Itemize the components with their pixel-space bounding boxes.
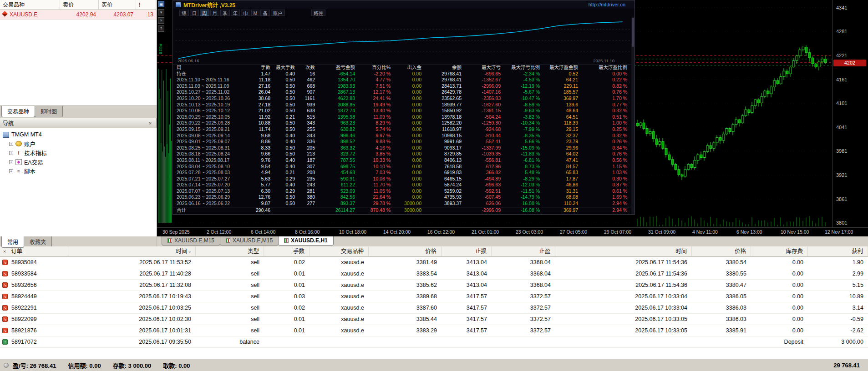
terminal-column-header-7[interactable]: 止盈 <box>492 246 555 257</box>
stats-row-2[interactable]: 2025.11.03 ~ 2025.11.0927.160.506681983.… <box>173 83 631 90</box>
table-row-7[interactable]: ↑589170722025.06.17 09:35:50balanceDepos… <box>0 336 868 348</box>
terminal-column-header-6[interactable]: 止损 <box>442 246 492 257</box>
chart-window-icon[interactable]: ▣ <box>158 1 164 7</box>
price-scale[interactable]: 4341428142214161410140413981392138613801… <box>832 0 868 227</box>
time-label-10: 29 Oct 07:00 <box>604 229 631 235</box>
chart-tab-2[interactable]: XAUUSD.E,H1 <box>278 236 334 246</box>
mtdriver-button-月[interactable]: 月 <box>210 10 220 16</box>
stats-row-1[interactable]: 2025.11.10 ~ 2025.11.1611.180.504621354.… <box>173 77 631 83</box>
terminal-column-header-2[interactable]: 类型 <box>196 246 264 257</box>
stats-row-0[interactable]: 持仓1.470.4016-654.14-2.20 %0.0029768.41-6… <box>173 71 631 77</box>
terminal-column-header-11[interactable]: 获利 <box>808 246 868 257</box>
time-axis[interactable]: 30 Sep 20252 Oct 12:006 Oct 14:008 Oct 1… <box>157 227 868 236</box>
stats-row-15[interactable]: 2025.08.04 ~ 2025.08.109.540.40307698.75… <box>173 164 631 170</box>
table-row-3[interactable]: ↘589244492025.06.17 10:19:43sell0.03xauu… <box>0 291 868 302</box>
tab-即时图[interactable]: 即时图 <box>35 106 63 117</box>
market-watch-column-header-0[interactable]: 交易品种 <box>0 0 60 10</box>
navigator-root[interactable]: TMGM MT4 <box>3 130 157 139</box>
sidebar-item-0[interactable]: +账户 <box>3 139 157 148</box>
market-watch-column-header-1[interactable]: 卖价 <box>60 0 99 10</box>
mtdriver-button-备[interactable]: 备 <box>260 10 270 16</box>
mtdriver-button-综[interactable]: 综 <box>179 10 189 16</box>
chart-window[interactable]: ▣ ▾ × ? #828 MTDriver统计 ,V3.25 http://mt… <box>157 0 868 236</box>
stats-row-19[interactable]: 2025.07.07 ~ 2025.07.136.300.29281523.09… <box>173 188 631 195</box>
scrollbar-thumb[interactable] <box>632 18 634 47</box>
stats-row-6[interactable]: 2025.10.06 ~ 2025.10.1221.020.506381872.… <box>173 108 631 114</box>
chart-close-icon[interactable]: × <box>158 17 164 24</box>
expand-icon[interactable]: + <box>9 169 13 173</box>
mtdriver-button-年[interactable]: 年 <box>231 10 240 16</box>
navigator-close-icon[interactable]: × <box>147 120 153 126</box>
mtdriver-button-账户[interactable]: 账户 <box>271 10 285 16</box>
terminal-column-header-9[interactable]: 价格 <box>692 246 751 257</box>
chart-help-icon[interactable]: ? <box>158 25 164 32</box>
stats-row-5[interactable]: 2025.10.13 ~ 2025.10.1927.180.509393088.… <box>173 102 631 108</box>
mtdriver-panel[interactable]: MTDriver统计 ,V3.25 http://mtdriver.cn 综日周… <box>173 0 635 215</box>
stats-cell: -12.03 % <box>504 182 543 188</box>
stats-row-21[interactable]: 2025.06.16 ~ 2025.06.229.870.50277893.37… <box>173 201 631 207</box>
equity-start-label: 2025.06.16 <box>178 58 199 63</box>
stats-row-12[interactable]: 2025.08.25 ~ 2025.08.318.330.50205363.32… <box>173 145 631 151</box>
mtdriver-scrollbar[interactable] <box>631 17 635 214</box>
stats-row-4[interactable]: 2025.10.20 ~ 2025.10.2638.680.5011614622… <box>173 95 631 102</box>
mtdriver-button-季[interactable]: 季 <box>220 10 230 16</box>
terminal-column-header-8[interactable]: 时间 <box>555 246 692 257</box>
mtdriver-button-日[interactable]: 日 <box>190 10 199 16</box>
order-number: 58922291 <box>11 302 37 313</box>
market-watch-row[interactable]: XAUUSD.E 4202.94 4203.07 13 <box>0 10 157 20</box>
symbol-cell[interactable]: XAUUSD.E <box>0 10 60 19</box>
stats-row-22[interactable]: 合计290.4626114.27870.48 %3000.00-2996.09-… <box>173 207 631 213</box>
mtdriver-link[interactable]: http://mtdriver.cn <box>589 2 632 7</box>
terminal-column-header-1[interactable]: 时间▿ <box>68 246 196 257</box>
stats-row-17[interactable]: 2025.07.21 ~ 2025.07.275.630.29235590.91… <box>173 176 631 182</box>
stats-row-3[interactable]: 2025.10.27 ~ 2025.11.0226.040.509072867.… <box>173 89 631 95</box>
stats-row-9[interactable]: 2025.09.15 ~ 2025.09.2111.740.50255630.8… <box>173 126 631 133</box>
stats-row-8[interactable]: 2025.09.22 ~ 2025.09.2810.880.50343963.2… <box>173 120 631 126</box>
mtdriver-button-巾[interactable]: 巾 <box>241 10 250 16</box>
terminal-column-header-0[interactable]: ×订单 <box>0 246 68 257</box>
chart-tab-0[interactable]: XAUUSD.E,M15 <box>162 236 220 246</box>
table-row-2[interactable]: ↘589326562025.06.17 11:32:08sell0.01xauu… <box>0 280 868 291</box>
stats-row-7[interactable]: 2025.09.29 ~ 2025.10.0511.920.215151395.… <box>173 114 631 120</box>
chart-minimize-icon[interactable]: ▾ <box>158 9 164 15</box>
sidebar-item-3[interactable]: +≡脚本 <box>3 166 157 175</box>
table-row-0[interactable]: ↘589350842025.06.17 11:53:52sell0.02xauu… <box>0 257 868 268</box>
stats-row-11[interactable]: 2025.09.01 ~ 2025.09.078.860.40336898.52… <box>173 139 631 145</box>
tab-交易品种[interactable]: 交易品种 <box>1 106 35 117</box>
market-watch-column-header-3[interactable]: ! <box>136 0 156 10</box>
terminal-column-header-5[interactable]: 价格 <box>369 246 442 257</box>
stats-cell: 0.00 <box>394 77 425 83</box>
stats-row-13[interactable]: 2025.08.18 ~ 2025.08.249.660.50213323.72… <box>173 151 631 157</box>
stats-cell: 515 <box>299 114 319 120</box>
table-row-4[interactable]: ↘589222912025.06.17 10:03:25sell0.02xauu… <box>0 302 868 314</box>
expand-icon[interactable]: + <box>9 160 13 164</box>
terminal-close-icon[interactable]: × <box>2 246 7 257</box>
market-watch-column-header-2[interactable]: 买价 <box>99 0 136 10</box>
expand-icon[interactable]: + <box>9 142 13 146</box>
table-row-5[interactable]: ↘589220992025.06.17 10:02:30sell0.01xauu… <box>0 314 868 325</box>
stats-row-10[interactable]: 2025.09.08 ~ 2025.09.149.680.40343996.46… <box>173 133 631 139</box>
mtdriver-button-周[interactable]: 周 <box>200 10 209 16</box>
expand-icon[interactable]: + <box>9 151 13 155</box>
chart-tab-1[interactable]: XAUUSD.E,M15 <box>220 236 279 246</box>
terminal-column-header-10[interactable]: 库存费 <box>751 246 808 257</box>
stats-row-18[interactable]: 2025.07.14 ~ 2025.07.205.770.40243611.22… <box>173 182 631 188</box>
ea-icon: ◆ <box>15 159 22 165</box>
sidebar-item-2[interactable]: +◆EA交易 <box>3 157 157 166</box>
stats-row-20[interactable]: 2025.06.23 ~ 2025.06.2912.760.50380842.5… <box>173 194 631 201</box>
stats-cell: 13978.18 <box>425 114 465 120</box>
table-row-1[interactable]: ↘589335842025.06.17 11:40:28sell0.01xauu… <box>0 268 868 280</box>
terminal-column-header-4[interactable]: 交易品种 <box>310 246 369 257</box>
tab-常用[interactable]: 常用 <box>1 236 24 248</box>
stats-row-14[interactable]: 2025.08.11 ~ 2025.08.179.760.40187787.55… <box>173 157 631 164</box>
sidebar-item-1[interactable]: +f技术指标 <box>3 148 157 157</box>
terminal-cell: 0.00 <box>751 325 808 336</box>
terminal-cell: 2.99 <box>808 268 868 279</box>
time-label-7: 21 Oct 01:00 <box>472 229 499 235</box>
mtdriver-titlebar[interactable]: MTDriver统计 ,V3.25 http://mtdriver.cn <box>173 0 635 9</box>
mtdriver-button-M[interactable]: M <box>251 10 260 16</box>
stats-row-16[interactable]: 2025.07.28 ~ 2025.08.034.940.21208454.68… <box>173 170 631 176</box>
terminal-column-header-3[interactable]: 手数 <box>264 246 310 257</box>
mtdriver-button-path[interactable]: 路径 <box>311 10 325 16</box>
table-row-6[interactable]: ↘589218762025.06.17 10:01:31sell0.01xauu… <box>0 325 868 336</box>
